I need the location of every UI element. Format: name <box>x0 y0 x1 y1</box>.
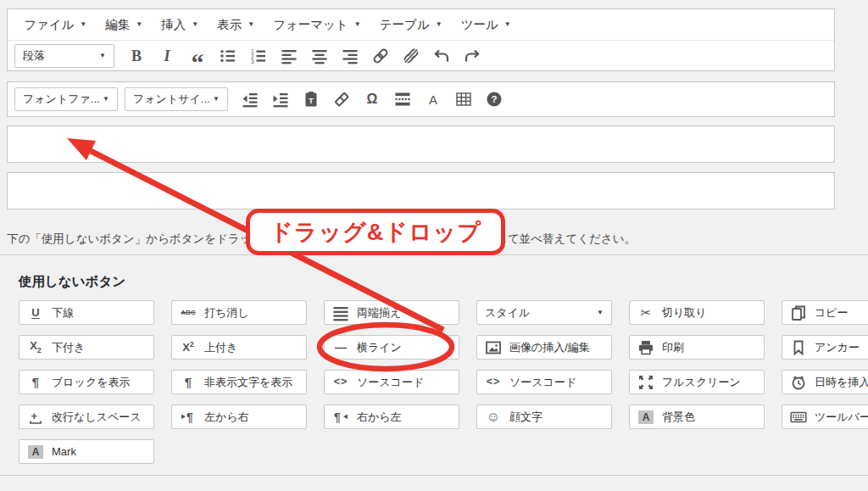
paragraph-format-select[interactable]: 段落 ▼ <box>14 44 114 68</box>
menu-format-label: フォーマット <box>273 17 348 33</box>
unused-subscript[interactable]: X2下付き <box>19 335 154 360</box>
link-button[interactable] <box>365 43 396 69</box>
bold-button[interactable]: B <box>121 43 152 69</box>
unused-copy[interactable]: コピー <box>782 300 868 325</box>
unused-print[interactable]: 印刷 <box>629 335 765 360</box>
align-left-button[interactable] <box>274 43 304 69</box>
unused-rtl-label: 右から左 <box>357 410 402 425</box>
read-more-button[interactable] <box>387 86 418 112</box>
pilcrow-icon: ¶ <box>180 376 197 388</box>
menu-tools[interactable]: ツール▼ <box>452 9 520 40</box>
superscript-icon: X2 <box>180 341 197 353</box>
clear-formatting-button[interactable] <box>326 86 357 112</box>
align-center-button[interactable] <box>304 43 335 69</box>
unused-show-invisible[interactable]: ¶非表示文字を表示 <box>171 370 307 394</box>
unused-nonbreaking-space-label: 改行なしスペース <box>52 410 142 425</box>
blockquote-icon: “ <box>192 53 204 59</box>
menu-file[interactable]: ファイル▼ <box>14 9 96 40</box>
menu-view[interactable]: 表示▼ <box>208 9 264 40</box>
unused-toolbar-toggle-label: ツールバー切り替え <box>815 410 868 425</box>
rtl-icon: ¶ <box>332 409 349 426</box>
svg-text:+: + <box>31 409 38 421</box>
menu-format[interactable]: フォーマット▼ <box>264 9 370 40</box>
help-button[interactable]: ? <box>479 86 509 112</box>
unused-justify-label: 両端揃え <box>357 305 401 321</box>
align-left-icon <box>281 47 298 64</box>
unused-styles-select[interactable]: スタイル▼ <box>476 300 612 325</box>
unused-rtl[interactable]: ¶右から左 <box>324 405 459 429</box>
align-right-button[interactable] <box>335 43 365 69</box>
paste-text-icon: T <box>303 91 320 108</box>
toolbar-row-primary: 段落 ▼ BI“123 <box>8 41 834 71</box>
font-size-select[interactable]: フォントサイ... ▼ <box>125 87 228 111</box>
menu-edit-label: 編集 <box>105 17 130 33</box>
blockquote-button[interactable]: “ <box>182 43 213 69</box>
redo-button[interactable] <box>457 43 487 69</box>
unused-show-blocks[interactable]: ¶ブロックを表示 <box>19 370 154 394</box>
unused-source-code-2-label: ソースコード <box>509 375 576 390</box>
italic-icon: I <box>164 48 170 64</box>
mark-icon: A <box>27 445 44 459</box>
unused-horizontal-line[interactable]: —横ライン <box>324 335 459 360</box>
indent-icon <box>272 91 289 108</box>
outdent-icon <box>242 91 259 108</box>
fullscreen-icon <box>637 374 654 391</box>
unused-strikethrough[interactable]: ABC打ち消し <box>171 300 307 325</box>
font-size-select-value: フォントサイ... <box>133 92 210 107</box>
outdent-button[interactable] <box>235 86 265 112</box>
menu-insert[interactable]: 挿入▼ <box>152 9 208 40</box>
special-character-button[interactable]: Ω <box>357 86 387 112</box>
unused-toolbar-toggle[interactable]: ツールバー切り替え <box>782 405 868 429</box>
unused-source-code[interactable]: <>ソースコード <box>324 370 459 394</box>
undo-button[interactable] <box>426 43 457 69</box>
toolbar-drop-zone-2[interactable] <box>7 172 835 209</box>
italic-button[interactable]: I <box>152 43 182 69</box>
unused-underline[interactable]: U下線 <box>19 300 154 325</box>
clock-icon <box>790 374 807 391</box>
paste-as-text-button[interactable]: T <box>296 86 326 112</box>
pilcrow-icon: ¶ <box>27 376 44 388</box>
hr-icon: — <box>332 342 349 354</box>
code-icon: <> <box>485 377 502 388</box>
chevron-down-icon: ▼ <box>504 21 511 28</box>
table-button[interactable] <box>448 86 479 112</box>
bulleted-list-button[interactable] <box>213 43 243 69</box>
unused-mark-label: Mark <box>52 445 76 458</box>
font-family-select[interactable]: フォントファ... ▼ <box>14 87 118 111</box>
unused-anchor-label: アンカー <box>815 340 860 355</box>
indent-button[interactable] <box>265 86 296 112</box>
menu-view-label: 表示 <box>217 17 242 33</box>
unused-mark[interactable]: AMark <box>19 439 154 464</box>
unused-background-color[interactable]: A背景色 <box>629 405 765 429</box>
menu-file-label: ファイル <box>24 17 74 33</box>
chevron-down-icon: ▼ <box>136 21 142 28</box>
unused-nonbreaking-space[interactable]: +改行なしスペース <box>19 405 154 429</box>
unused-cut[interactable]: ✂切り取り <box>629 300 765 325</box>
unused-fullscreen[interactable]: フルスクリーン <box>629 370 765 394</box>
unused-justify[interactable]: 両端揃え <box>324 300 459 325</box>
keyboard-icon <box>790 409 807 426</box>
menu-table[interactable]: テーブル▼ <box>370 9 452 40</box>
ltr-icon: ¶ <box>180 409 197 426</box>
unlink-button[interactable] <box>396 43 426 69</box>
numbered-list-button[interactable]: 123 <box>243 43 274 69</box>
unused-ltr[interactable]: ¶左から右 <box>171 405 307 429</box>
unused-fullscreen-label: フルスクリーン <box>662 375 741 390</box>
unused-anchor[interactable]: アンカー <box>782 335 868 360</box>
chevron-down-icon: ▼ <box>597 310 604 316</box>
strikethrough-icon: ABC <box>180 310 197 316</box>
chevron-down-icon: ▼ <box>99 53 106 59</box>
link-icon <box>372 47 389 64</box>
unused-emoticons[interactable]: ☺顔文字 <box>476 405 612 429</box>
text-color-button[interactable]: A <box>418 86 448 112</box>
text-color-icon: A <box>429 93 437 106</box>
unused-source-code-2[interactable]: <>ソースコード <box>476 370 612 394</box>
section-divider <box>0 475 868 476</box>
unused-insert-image[interactable]: 画像の挿入/編集 <box>476 335 612 360</box>
unused-superscript[interactable]: X2上付き <box>171 335 307 360</box>
menu-edit[interactable]: 編集▼ <box>96 9 152 40</box>
toolbar-drop-zone-1[interactable] <box>7 126 835 163</box>
code-icon: <> <box>332 377 349 388</box>
unused-insert-datetime[interactable]: 日時を挿入 <box>782 370 868 394</box>
svg-text:?: ? <box>491 94 497 104</box>
